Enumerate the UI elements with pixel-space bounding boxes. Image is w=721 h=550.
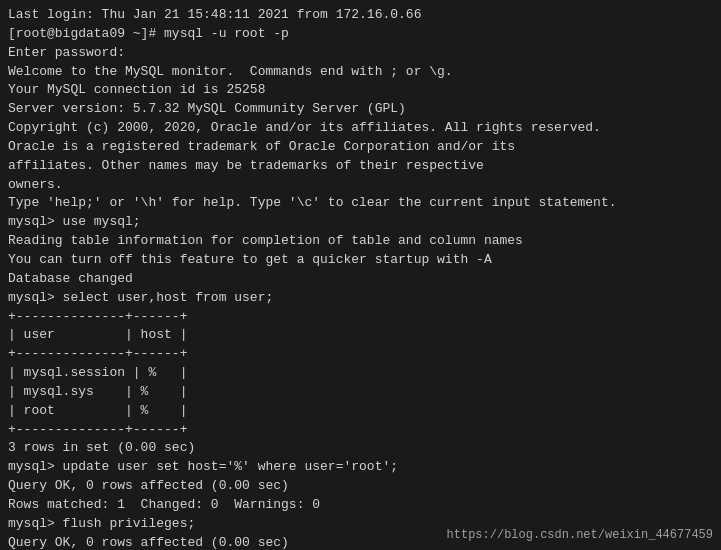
terminal-line: Reading table information for completion… [8,232,713,251]
terminal-line: | mysql.session | % | [8,364,713,383]
terminal-line: Last login: Thu Jan 21 15:48:11 2021 fro… [8,6,713,25]
terminal-line: Oracle is a registered trademark of Orac… [8,138,713,157]
terminal-line: +--------------+------+ [8,308,713,327]
terminal-line: owners. [8,176,713,195]
terminal-line: Enter password: [8,44,713,63]
terminal-line: +--------------+------+ [8,421,713,440]
terminal-line: | mysql.sys | % | [8,383,713,402]
terminal-content: Last login: Thu Jan 21 15:48:11 2021 fro… [8,6,713,550]
terminal-line: Copyright (c) 2000, 2020, Oracle and/or … [8,119,713,138]
terminal-line: You can turn off this feature to get a q… [8,251,713,270]
terminal-line: Database changed [8,270,713,289]
terminal-line: Rows matched: 1 Changed: 0 Warnings: 0 [8,496,713,515]
terminal-line: mysql> use mysql; [8,213,713,232]
terminal-line: Query OK, 0 rows affected (0.00 sec) [8,477,713,496]
terminal-line: Welcome to the MySQL monitor. Commands e… [8,63,713,82]
terminal-line: 3 rows in set (0.00 sec) [8,439,713,458]
terminal-line: Your MySQL connection id is 25258 [8,81,713,100]
terminal-line: Type 'help;' or '\h' for help. Type '\c'… [8,194,713,213]
terminal-line: mysql> update user set host='%' where us… [8,458,713,477]
terminal-line: affiliates. Other names may be trademark… [8,157,713,176]
terminal-line: +--------------+------+ [8,345,713,364]
terminal-line: [root@bigdata09 ~]# mysql -u root -p [8,25,713,44]
terminal-line: Server version: 5.7.32 MySQL Community S… [8,100,713,119]
watermark: https://blog.csdn.net/weixin_44677459 [447,528,713,542]
terminal-line: | root | % | [8,402,713,421]
terminal-line: mysql> select user,host from user; [8,289,713,308]
terminal-window: Last login: Thu Jan 21 15:48:11 2021 fro… [0,0,721,550]
terminal-line: | user | host | [8,326,713,345]
